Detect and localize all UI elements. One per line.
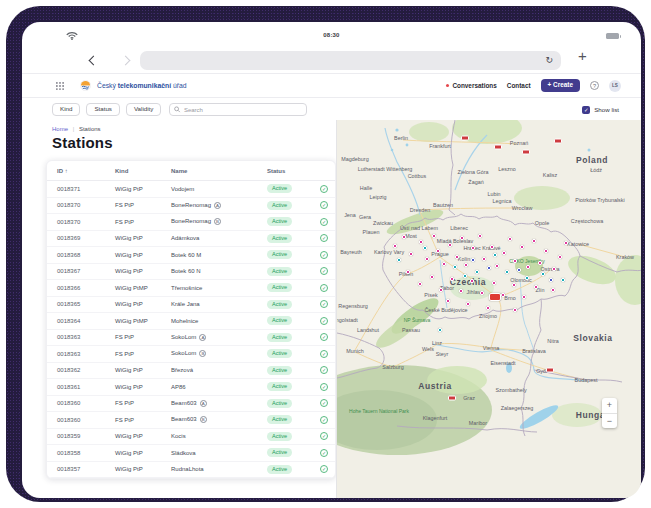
- station-marker[interactable]: [463, 274, 467, 278]
- station-cluster-marker[interactable]: [489, 293, 501, 301]
- station-marker[interactable]: [430, 275, 434, 279]
- column-kind[interactable]: Kind: [115, 168, 171, 174]
- search-input[interactable]: [184, 107, 303, 113]
- station-marker[interactable]: [526, 265, 530, 269]
- station-marker[interactable]: [502, 251, 506, 255]
- station-marker[interactable]: [501, 293, 505, 297]
- station-marker[interactable]: [552, 267, 556, 271]
- table-row[interactable]: 0018360FS PtPBeam603BActive✓: [47, 412, 335, 429]
- station-marker[interactable]: [439, 288, 443, 292]
- station-marker[interactable]: [558, 255, 562, 259]
- station-marker[interactable]: [520, 245, 524, 249]
- conversations-link[interactable]: Conversations: [446, 82, 497, 89]
- station-marker[interactable]: [534, 285, 538, 289]
- search-box[interactable]: [169, 103, 307, 116]
- table-row[interactable]: 0018369WiGig PtPAdámkovaActive✓: [47, 231, 335, 248]
- station-marker[interactable]: [538, 261, 542, 265]
- station-marker[interactable]: [470, 279, 474, 283]
- back-button[interactable]: [89, 56, 99, 66]
- station-marker[interactable]: [482, 257, 486, 261]
- forward-button[interactable]: [121, 56, 131, 66]
- station-marker[interactable]: [505, 270, 509, 274]
- station-marker[interactable]: [397, 258, 401, 262]
- station-marker[interactable]: [425, 257, 429, 261]
- station-marker[interactable]: [513, 308, 517, 312]
- station-marker[interactable]: [532, 239, 536, 243]
- station-marker[interactable]: [564, 241, 568, 245]
- breadcrumb-home[interactable]: Home: [52, 126, 68, 132]
- station-marker[interactable]: [453, 265, 457, 269]
- address-bar[interactable]: ↻: [140, 51, 561, 70]
- station-marker[interactable]: [459, 289, 463, 293]
- station-marker[interactable]: [513, 259, 517, 263]
- station-marker[interactable]: [508, 237, 512, 241]
- filter-button-kind[interactable]: Kind: [52, 103, 80, 116]
- station-marker[interactable]: [541, 272, 545, 276]
- table-row[interactable]: 0018366WiGig PtMPTřemošniceActive✓: [47, 280, 335, 297]
- station-marker[interactable]: [402, 235, 406, 239]
- station-marker[interactable]: [438, 328, 442, 332]
- show-list-checkbox[interactable]: ✓: [582, 106, 590, 114]
- station-marker[interactable]: [446, 299, 450, 303]
- station-marker[interactable]: [475, 270, 479, 274]
- column-name[interactable]: Name: [171, 168, 267, 174]
- reload-icon[interactable]: ↻: [545, 55, 553, 66]
- station-marker[interactable]: [393, 244, 397, 248]
- station-marker[interactable]: [478, 234, 482, 238]
- station-marker[interactable]: [492, 281, 496, 285]
- station-marker[interactable]: [464, 263, 468, 267]
- station-marker[interactable]: [561, 278, 565, 282]
- table-row[interactable]: 0018368WiGig PtPBotek 60 MActive✓: [47, 247, 335, 264]
- new-tab-button[interactable]: +: [578, 47, 587, 64]
- station-marker[interactable]: [493, 253, 497, 257]
- station-marker[interactable]: [517, 268, 521, 272]
- map-zoom-control[interactable]: + −: [602, 398, 617, 428]
- station-marker[interactable]: [448, 243, 452, 247]
- table-row[interactable]: 0018362WiGig PtPBřezováActive✓: [47, 363, 335, 380]
- station-marker[interactable]: [409, 252, 413, 256]
- avatar[interactable]: LS: [609, 80, 621, 92]
- create-button[interactable]: + Create: [541, 79, 580, 91]
- station-marker[interactable]: [432, 234, 436, 238]
- column-status[interactable]: Status: [267, 168, 313, 174]
- table-row[interactable]: 0018359WiGig PtPKocisActive✓: [47, 429, 335, 446]
- table-row[interactable]: 0018371WiGig PtPVodojemActive✓: [47, 181, 335, 198]
- station-marker[interactable]: [436, 249, 440, 253]
- station-marker[interactable]: [442, 262, 446, 266]
- filter-button-validity[interactable]: Validity: [126, 103, 162, 116]
- zoom-in-button[interactable]: +: [602, 398, 617, 414]
- table-row[interactable]: 0018363FS PtPSokoLomBActive✓: [47, 346, 335, 363]
- help-icon[interactable]: ?: [590, 81, 599, 90]
- station-marker[interactable]: [419, 240, 423, 244]
- column-id[interactable]: ID ↑: [57, 168, 115, 174]
- table-row[interactable]: 0018370FS PtPBoneRenomagBActive✓: [47, 214, 335, 231]
- station-marker[interactable]: [455, 255, 459, 259]
- table-row[interactable]: 0018367WiGig PtPBotek 60 NActive✓: [47, 264, 335, 281]
- map[interactable]: PolandCzechiaAustriaSlovakiaHungaryBerli…: [336, 120, 641, 498]
- station-marker[interactable]: [406, 270, 410, 274]
- station-marker[interactable]: [490, 245, 494, 249]
- table-row[interactable]: 0018360FS PtPBeam603AActive✓: [47, 396, 335, 413]
- filter-button-status[interactable]: Status: [86, 103, 120, 116]
- station-marker[interactable]: [480, 291, 484, 295]
- zoom-out-button[interactable]: −: [602, 414, 617, 429]
- station-marker[interactable]: [549, 278, 553, 282]
- station-marker[interactable]: [495, 264, 499, 268]
- station-marker[interactable]: [423, 246, 427, 250]
- table-row[interactable]: 0018357WiGig PtPRudnaLhotaActive✓: [47, 462, 335, 479]
- station-marker[interactable]: [471, 246, 475, 250]
- table-row[interactable]: 0018370FS PtPBoneRenomagAActive✓: [47, 198, 335, 215]
- app-grid-icon[interactable]: [56, 82, 64, 90]
- station-marker[interactable]: [487, 266, 491, 270]
- table-row[interactable]: 0018365WiGig PtPKrále JanaActive✓: [47, 297, 335, 314]
- station-marker[interactable]: [486, 306, 490, 310]
- table-row[interactable]: 0018363FS PtPSokoLomAActive✓: [47, 330, 335, 347]
- station-marker[interactable]: [460, 236, 464, 240]
- station-marker[interactable]: [450, 277, 454, 281]
- station-marker[interactable]: [418, 282, 422, 286]
- station-marker[interactable]: [512, 283, 516, 287]
- station-marker[interactable]: [551, 288, 555, 292]
- table-row[interactable]: 0018361WiGig PtPAP86Active✓: [47, 379, 335, 396]
- station-marker[interactable]: [471, 258, 475, 262]
- table-row[interactable]: 0018364WiGig PtMPMohelniceActive✓: [47, 313, 335, 330]
